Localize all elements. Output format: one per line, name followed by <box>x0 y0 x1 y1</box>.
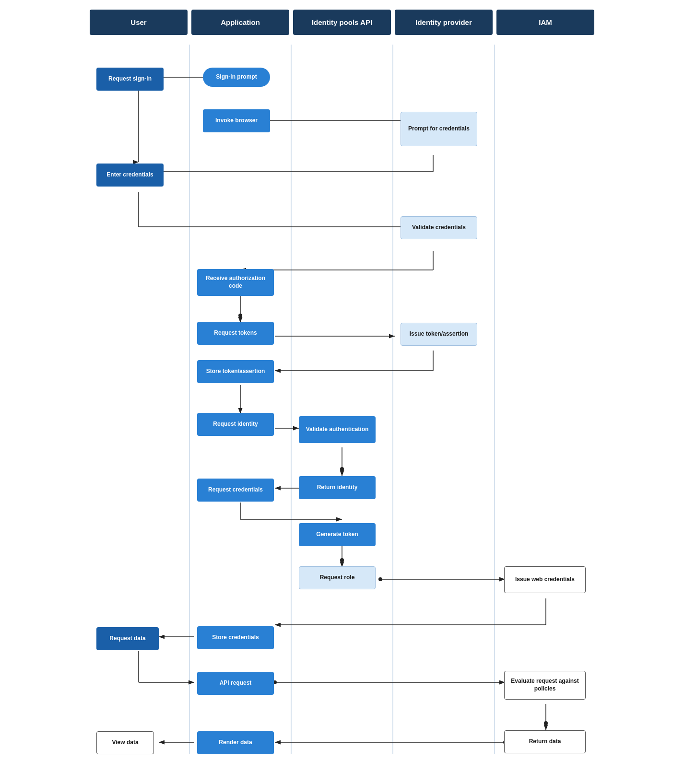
return-identity-node: Return identity <box>299 476 376 499</box>
header-application: Application <box>191 10 289 35</box>
receive-auth-code-node: Receive authorization code <box>197 269 274 296</box>
generate-token-node: Generate token <box>299 523 376 546</box>
validate-credentials-node: Validate credentials <box>401 216 477 239</box>
diagram-container: User Application Identity pools API Iden… <box>88 0 596 783</box>
request-credentials-node: Request credentials <box>197 479 274 502</box>
render-data-node: Render data <box>197 731 274 754</box>
evaluate-request-node: Evaluate request against policies <box>504 671 586 700</box>
invoke-browser-node: Invoke browser <box>203 109 270 132</box>
header-iam: IAM <box>496 10 594 35</box>
request-tokens-node: Request tokens <box>197 322 274 345</box>
request-data-node: Request data <box>96 627 159 650</box>
header-identity-provider: Identity provider <box>395 10 493 35</box>
svg-point-17 <box>238 314 242 317</box>
svg-point-26 <box>340 467 344 471</box>
validate-authentication-node: Validate authentication <box>299 416 376 443</box>
return-data-node: Return data <box>504 730 586 753</box>
header-user: User <box>90 10 188 35</box>
diagram-inner: Request sign-in Enter credentials Reques… <box>88 45 596 764</box>
api-request-node: API request <box>197 672 274 695</box>
sign-in-prompt-node: Sign-in prompt <box>203 68 270 87</box>
issue-token-assertion-node: Issue token/assertion <box>401 323 477 346</box>
prompt-credentials-node: Prompt for credentials <box>401 112 477 146</box>
store-token-assertion-node: Store token/assertion <box>197 360 274 383</box>
view-data-node: View data <box>96 731 154 754</box>
header-identity-pools: Identity pools API <box>293 10 391 35</box>
column-headers: User Application Identity pools API Iden… <box>88 10 596 35</box>
issue-web-credentials-node: Issue web credentials <box>504 566 586 593</box>
svg-point-45 <box>544 721 548 725</box>
arrows-svg <box>88 45 596 764</box>
request-signin-node: Request sign-in <box>96 68 164 91</box>
svg-point-32 <box>340 558 344 562</box>
svg-point-35 <box>378 577 382 581</box>
enter-credentials-node: Enter credentials <box>96 164 164 187</box>
request-role-node: Request role <box>299 566 376 589</box>
request-identity-node: Request identity <box>197 413 274 436</box>
store-credentials-node: Store credentials <box>197 626 274 649</box>
